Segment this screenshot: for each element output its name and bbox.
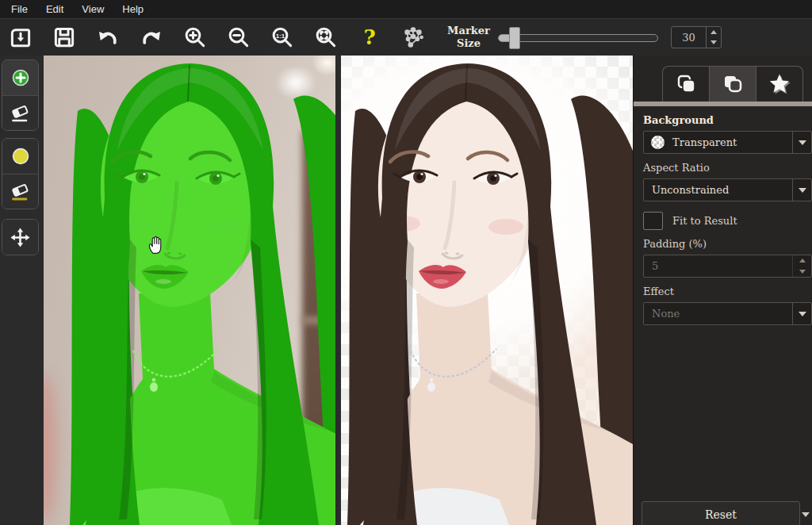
menu-view[interactable]: View <box>75 2 116 17</box>
background-value: Transparent <box>665 136 792 148</box>
mask-canvas-pane[interactable] <box>44 56 335 525</box>
auto-segment-button[interactable] <box>397 22 429 52</box>
green-masked-subject <box>44 56 335 525</box>
aspect-ratio-label: Aspect Ratio <box>643 162 812 174</box>
yellow-eraser-icon <box>10 181 31 202</box>
chevron-down-icon[interactable] <box>802 512 810 517</box>
marker-size-increment-button[interactable] <box>707 27 721 37</box>
yellow-circle-marker-icon <box>10 146 31 167</box>
save-button[interactable] <box>48 22 80 52</box>
app-window: File Edit View Help <box>0 0 812 525</box>
zoom-fit-icon <box>314 25 338 49</box>
menu-file[interactable]: File <box>5 2 40 17</box>
padding-label: Padding (%) <box>643 238 812 250</box>
segment-network-icon <box>400 24 427 51</box>
aspect-ratio-value: Unconstrained <box>644 184 792 196</box>
marker-size-spinbox: 30 <box>671 26 722 48</box>
dropdown-arrow-button[interactable] <box>792 303 811 324</box>
background-marker-tool[interactable] <box>2 139 38 174</box>
slider-handle[interactable] <box>509 27 520 49</box>
dropdown-arrow-button[interactable] <box>792 179 811 201</box>
undo-button[interactable] <box>92 22 124 52</box>
marker-size-slider[interactable] <box>498 26 658 48</box>
layers-filled-icon <box>675 73 697 95</box>
redo-button[interactable] <box>136 22 167 52</box>
move-tool[interactable] <box>2 220 38 255</box>
move-arrows-icon <box>10 227 31 248</box>
marker-size-value[interactable]: 30 <box>672 27 706 48</box>
aspect-ratio-dropdown[interactable]: Unconstrained <box>643 178 812 201</box>
padding-decrement-button[interactable] <box>793 266 811 278</box>
up-arrow-icon <box>710 30 717 34</box>
up-arrow-icon <box>799 259 806 262</box>
settings-panel: Background Transparent Aspect Ratio Unco… <box>633 56 812 525</box>
import-icon <box>9 25 33 49</box>
transparent-swatch-icon <box>651 136 665 149</box>
tab-layers-outline[interactable] <box>709 67 756 102</box>
chevron-down-icon <box>799 312 806 316</box>
background-marker-group <box>2 138 39 209</box>
zoom-actual-button[interactable]: 1:1 <box>266 22 298 52</box>
zoom-out-icon <box>227 25 251 49</box>
zoom-in-icon <box>183 25 207 49</box>
marker-size-label: Marker Size <box>446 25 492 49</box>
tab-favorites[interactable] <box>756 67 802 102</box>
down-arrow-icon <box>799 270 806 274</box>
foreground-marker-tool[interactable] <box>2 60 38 95</box>
redo-icon <box>140 25 163 49</box>
help-button[interactable]: ? <box>354 22 385 52</box>
panel-tab-bar <box>662 66 803 102</box>
main-toolbar: 1:1 ? <box>0 19 812 56</box>
fit-to-result-checkbox[interactable] <box>643 212 663 230</box>
chevron-down-icon <box>799 140 806 145</box>
tool-sidebar <box>0 56 40 525</box>
fit-to-result-label: Fit to Result <box>672 215 737 227</box>
white-eraser-icon <box>10 102 31 124</box>
padding-spinbox[interactable]: 5 <box>643 255 812 278</box>
menu-help[interactable]: Help <box>116 2 155 17</box>
move-tool-group <box>2 219 39 255</box>
zoom-out-button[interactable] <box>223 22 255 52</box>
menu-edit[interactable]: Edit <box>40 2 75 17</box>
reset-button[interactable]: Reset <box>642 501 800 525</box>
zoom-actual-1-1-icon: 1:1 <box>270 25 294 49</box>
background-eraser-tool[interactable] <box>2 174 38 209</box>
tab-layers-filled[interactable] <box>663 67 709 102</box>
zoom-in-button[interactable] <box>179 22 211 52</box>
chevron-down-icon <box>799 188 806 193</box>
menu-bar: File Edit View Help <box>0 0 812 19</box>
padding-value: 5 <box>644 260 792 272</box>
dropdown-arrow-button[interactable] <box>792 132 811 153</box>
effect-dropdown[interactable]: None <box>643 302 812 325</box>
padding-increment-button[interactable] <box>793 255 811 266</box>
import-button[interactable] <box>5 22 36 52</box>
effect-value: None <box>644 308 792 320</box>
green-plus-marker-icon <box>10 67 31 88</box>
background-label: Background <box>643 114 812 126</box>
help-icon: ? <box>363 27 375 48</box>
star-icon <box>768 72 791 96</box>
foreground-marker-group <box>2 59 39 131</box>
effect-label: Effect <box>643 285 812 297</box>
save-icon <box>52 25 76 49</box>
cutout-subject <box>341 56 633 525</box>
fit-to-result-row: Fit to Result <box>643 212 812 230</box>
undo-icon <box>96 25 120 49</box>
zoom-fit-button[interactable] <box>310 22 342 52</box>
editor-canvas <box>40 56 633 525</box>
down-arrow-icon <box>710 40 717 44</box>
svg-text:1:1: 1:1 <box>276 33 285 40</box>
layers-outline-icon <box>722 73 744 95</box>
marker-size-decrement-button[interactable] <box>707 37 721 48</box>
foreground-eraser-tool[interactable] <box>2 95 38 130</box>
background-dropdown[interactable]: Transparent <box>643 131 812 154</box>
slider-track[interactable] <box>498 34 658 42</box>
result-canvas-pane[interactable] <box>341 56 633 525</box>
